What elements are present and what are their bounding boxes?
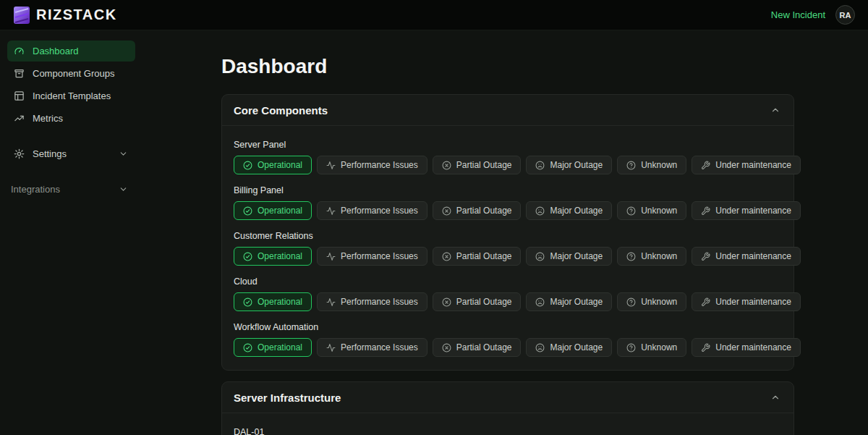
wrench-icon xyxy=(701,252,710,261)
collapse-group-button[interactable] xyxy=(769,104,782,117)
status-button-under-maintenance[interactable]: Under maintenance xyxy=(692,156,801,174)
header-actions: New Incident RA xyxy=(771,5,855,25)
question-circle-icon xyxy=(626,297,636,307)
template-icon xyxy=(14,90,25,101)
status-button-under-maintenance[interactable]: Under maintenance xyxy=(692,292,801,311)
status-button-under-maintenance[interactable]: Under maintenance xyxy=(692,247,801,266)
status-button-unknown[interactable]: Unknown xyxy=(617,292,686,311)
group-title: Server Infrastructure xyxy=(234,392,341,404)
status-button-partial-outage[interactable]: Partial Outage xyxy=(433,292,522,311)
component-name: Billing Panel xyxy=(234,185,782,195)
status-buttons: Operational Performance Issues Partial O… xyxy=(234,338,782,357)
status-button-performance-issues[interactable]: Performance Issues xyxy=(317,338,427,357)
status-label: Under maintenance xyxy=(715,251,791,261)
activity-icon xyxy=(326,161,336,170)
sidebar-item-component-groups[interactable]: Component Groups xyxy=(7,63,135,84)
status-button-major-outage[interactable]: Major Outage xyxy=(526,156,612,174)
status-button-operational[interactable]: Operational xyxy=(234,338,312,357)
status-label: Major Outage xyxy=(550,206,603,216)
question-circle-icon xyxy=(626,252,636,261)
status-label: Unknown xyxy=(641,160,677,170)
brand: RIZSTACK xyxy=(13,6,117,25)
chart-icon xyxy=(14,113,25,124)
question-circle-icon xyxy=(626,161,636,170)
sidebar-item-integrations[interactable]: Integrations xyxy=(7,179,135,200)
status-button-major-outage[interactable]: Major Outage xyxy=(526,247,612,266)
activity-icon xyxy=(326,297,336,307)
group-card-header: Core Components xyxy=(222,95,793,126)
sidebar: Dashboard Component Groups Incident Temp… xyxy=(0,30,142,435)
status-label: Partial Outage xyxy=(456,342,512,352)
status-button-partial-outage[interactable]: Partial Outage xyxy=(433,247,522,266)
chevron-up-icon xyxy=(770,105,780,115)
main-content: Dashboard Core Components Server Panel O… xyxy=(142,30,868,435)
status-label: Partial Outage xyxy=(456,297,512,307)
status-buttons: Operational Performance Issues Partial O… xyxy=(234,247,782,266)
x-circle-icon xyxy=(442,161,451,170)
sidebar-item-dashboard[interactable]: Dashboard xyxy=(7,41,135,62)
chevron-down-icon xyxy=(118,149,129,159)
component-row: Customer Relations Operational Performan… xyxy=(234,231,782,266)
question-circle-icon xyxy=(626,343,636,352)
status-label: Performance Issues xyxy=(341,206,418,216)
status-label: Unknown xyxy=(641,206,677,216)
status-label: Major Outage xyxy=(550,160,603,170)
status-button-partial-outage[interactable]: Partial Outage xyxy=(433,156,522,174)
status-button-major-outage[interactable]: Major Outage xyxy=(526,292,612,311)
component-name: Customer Relations xyxy=(234,231,782,241)
status-button-operational[interactable]: Operational xyxy=(234,201,312,220)
group-title: Core Components xyxy=(234,104,328,117)
component-row: DAL-01 Operational Performance Issues Pa… xyxy=(234,427,782,435)
x-circle-icon xyxy=(442,206,451,216)
sidebar-item-settings[interactable]: Settings xyxy=(7,143,135,164)
status-buttons: Operational Performance Issues Partial O… xyxy=(234,201,782,220)
status-label: Performance Issues xyxy=(341,342,418,352)
wrench-icon xyxy=(701,297,710,307)
status-button-major-outage[interactable]: Major Outage xyxy=(526,201,612,220)
component-groups: Core Components Server Panel Operational xyxy=(221,94,794,435)
sidebar-item-label: Metrics xyxy=(33,113,63,124)
status-button-unknown[interactable]: Unknown xyxy=(617,338,686,357)
status-label: Performance Issues xyxy=(341,251,418,261)
status-button-major-outage[interactable]: Major Outage xyxy=(526,338,612,357)
status-label: Under maintenance xyxy=(715,206,791,216)
check-circle-icon xyxy=(243,252,252,261)
status-button-under-maintenance[interactable]: Under maintenance xyxy=(692,338,801,357)
avatar[interactable]: RA xyxy=(835,5,855,25)
component-name: Workflow Automation xyxy=(234,322,782,332)
component-row: Server Panel Operational Performance Iss… xyxy=(234,140,782,174)
status-label: Major Outage xyxy=(550,251,603,261)
status-button-unknown[interactable]: Unknown xyxy=(617,247,686,266)
component-row: Billing Panel Operational Performance Is… xyxy=(234,185,782,220)
frown-icon xyxy=(535,343,545,352)
collapse-group-button[interactable] xyxy=(769,391,782,404)
status-button-operational[interactable]: Operational xyxy=(234,156,312,174)
status-button-operational[interactable]: Operational xyxy=(234,292,312,311)
sidebar-item-label: Settings xyxy=(33,148,67,159)
status-label: Unknown xyxy=(641,342,677,352)
brand-logo-icon xyxy=(13,6,30,25)
status-button-performance-issues[interactable]: Performance Issues xyxy=(317,156,427,174)
sidebar-nav: Dashboard Component Groups Incident Temp… xyxy=(7,41,135,200)
new-incident-link[interactable]: New Incident xyxy=(771,9,825,20)
status-button-performance-issues[interactable]: Performance Issues xyxy=(317,292,427,311)
status-label: Major Outage xyxy=(550,297,603,307)
status-label: Partial Outage xyxy=(456,160,512,170)
component-name: Server Panel xyxy=(234,140,782,150)
status-button-under-maintenance[interactable]: Under maintenance xyxy=(692,201,801,220)
status-button-unknown[interactable]: Unknown xyxy=(617,201,686,220)
status-button-partial-outage[interactable]: Partial Outage xyxy=(433,338,522,357)
status-button-performance-issues[interactable]: Performance Issues xyxy=(317,201,427,220)
check-circle-icon xyxy=(243,343,252,352)
status-button-unknown[interactable]: Unknown xyxy=(617,156,686,174)
box-icon xyxy=(14,68,25,79)
status-button-performance-issues[interactable]: Performance Issues xyxy=(317,247,427,266)
sidebar-item-metrics[interactable]: Metrics xyxy=(7,108,135,129)
sidebar-item-incident-templates[interactable]: Incident Templates xyxy=(7,85,135,106)
gear-icon xyxy=(14,148,25,159)
status-button-operational[interactable]: Operational xyxy=(234,247,312,266)
app-header: RIZSTACK New Incident RA xyxy=(0,0,868,30)
status-label: Unknown xyxy=(641,251,677,261)
activity-icon xyxy=(326,252,336,261)
status-button-partial-outage[interactable]: Partial Outage xyxy=(433,201,522,220)
